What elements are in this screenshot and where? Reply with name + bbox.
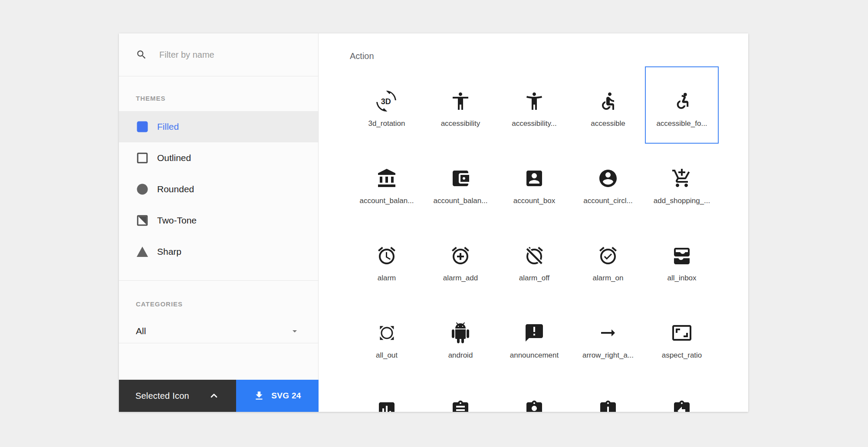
icon-label: account_box [513,197,555,205]
assessment-icon [376,400,397,412]
icon-label: alarm_on [593,274,624,283]
icon-cell-add-shopping-cart[interactable]: add_shopping_... [645,144,719,221]
icon-cell-3d-rotation[interactable]: 3D 3d_rotation [350,66,424,144]
announcement-icon [524,322,545,343]
sidebar: Filter by name THEMES Filled Outlined [119,33,319,412]
icon-cell-accessible-forward[interactable]: accessible_fo... [645,66,719,144]
icon-cell-account-box[interactable]: account_box [497,144,571,221]
alarm-on-icon [598,245,618,266]
icon-cell-assignment-ind[interactable] [497,375,571,412]
assignment-return-icon [671,400,692,412]
accessible-forward-icon [671,91,692,112]
assignment-ind-icon [524,400,545,412]
selected-icon-panel-toggle[interactable]: Selected Icon [119,380,236,412]
theme-item-label: Filled [157,122,179,132]
icon-cell-accessibility-new[interactable]: accessibility... [497,66,571,144]
icon-label: alarm [378,274,396,283]
icon-cell-account-circle[interactable]: account_circl... [571,144,645,221]
icon-cell-android[interactable]: android [424,298,497,375]
android-icon [450,322,471,343]
icon-cell-arrow-right-alt[interactable]: arrow_right_a... [571,298,645,375]
icon-cell-account-balance[interactable]: account_balan... [350,144,424,221]
selected-icon-label: Selected Icon [135,391,189,401]
icon-label: android [448,351,473,360]
all-out-icon [376,322,397,343]
category-select[interactable]: All [119,319,318,343]
icon-label: announcement [510,351,559,360]
icon-label: accessibility [441,119,480,128]
icon-cell-aspect-ratio[interactable]: aspect_ratio [645,298,719,375]
theme-item-label: Rounded [157,184,194,194]
icon-cell-all-out[interactable]: all_out [350,298,424,375]
account-balance-icon [376,168,397,189]
icon-label: aspect_ratio [662,351,702,360]
theme-item-outlined[interactable]: Outlined [119,142,318,174]
icon-grid: 3D 3d_rotation accessibility accessibili… [350,66,719,412]
svg-text:3D: 3D [381,97,391,106]
icon-cell-accessibility[interactable]: accessibility [424,66,497,144]
account-circle-icon [598,168,618,189]
icon-grid-panel: Action 3D 3d_rotation accessibility [319,33,748,412]
search-input[interactable]: Filter by name [119,33,318,76]
alarm-icon [376,245,397,266]
icon-cell-assignment[interactable] [424,375,497,412]
filled-square-icon [136,120,149,133]
categories-heading: CATEGORIES [136,300,318,308]
icon-browser-card: Filter by name THEMES Filled Outlined [119,33,748,412]
aspect-ratio-icon [671,322,692,343]
themes-section: THEMES Filled Outlined [119,76,318,281]
icon-label: alarm_add [443,274,478,283]
theme-item-two-tone[interactable]: Two-Tone [119,205,318,236]
theme-item-sharp[interactable]: Sharp [119,236,318,267]
icon-label: all_out [376,351,398,360]
theme-item-filled[interactable]: Filled [119,111,318,142]
icon-label: account_circl... [583,197,632,205]
icon-label: accessible_fo... [656,119,707,128]
theme-item-label: Outlined [157,153,191,163]
theme-list: Filled Outlined Rounded [119,111,318,280]
icon-cell-alarm-add[interactable]: alarm_add [424,221,497,298]
icon-cell-alarm-off[interactable]: alarm_off [497,221,571,298]
outlined-square-icon [136,151,149,164]
two-tone-square-icon [136,214,149,227]
account-box-icon [524,168,545,189]
theme-item-label: Two-Tone [157,215,197,226]
icon-label: account_balan... [434,197,488,205]
themes-heading: THEMES [136,95,318,102]
icon-cell-alarm-on[interactable]: alarm_on [571,221,645,298]
accessibility-icon [450,91,471,112]
category-section-title: Action [350,51,374,61]
alarm-add-icon [450,245,471,266]
icon-cell-all-inbox[interactable]: all_inbox [645,221,719,298]
icon-label: add_shopping_... [654,197,710,205]
icon-label: all_inbox [667,274,696,283]
icon-cell-account-balance-wallet[interactable]: account_balan... [424,144,497,221]
arrow-right-alt-icon [598,322,618,343]
icon-cell-assignment-return[interactable] [645,375,719,412]
chevron-up-icon [208,390,220,401]
icon-label: arrow_right_a... [582,351,634,360]
icon-label: accessibility... [512,119,557,128]
add-shopping-cart-icon [671,168,692,189]
icon-label: 3d_rotation [368,119,405,128]
icon-cell-assignment-late[interactable] [571,375,645,412]
icon-cell-assessment[interactable] [350,375,424,412]
rounded-circle-icon [136,183,149,196]
icon-label: alarm_off [519,274,550,283]
sidebar-footer: Selected Icon SVG 24 [119,380,319,412]
search-icon [136,49,147,60]
category-selected-value: All [136,326,146,336]
theme-item-label: Sharp [157,247,181,257]
theme-item-rounded[interactable]: Rounded [119,174,318,205]
icon-cell-announcement[interactable]: announcement [497,298,571,375]
download-svg-button[interactable]: SVG 24 [236,380,319,412]
account-balance-wallet-icon [450,168,471,189]
assignment-icon [450,400,471,412]
categories-section: CATEGORIES All [119,281,318,343]
icon-cell-accessible[interactable]: accessible [571,66,645,144]
icon-label: accessible [591,119,625,128]
all-inbox-icon [671,245,692,266]
icon-cell-alarm[interactable]: alarm [350,221,424,298]
accessible-icon [598,91,618,112]
dropdown-caret-icon [289,326,300,336]
